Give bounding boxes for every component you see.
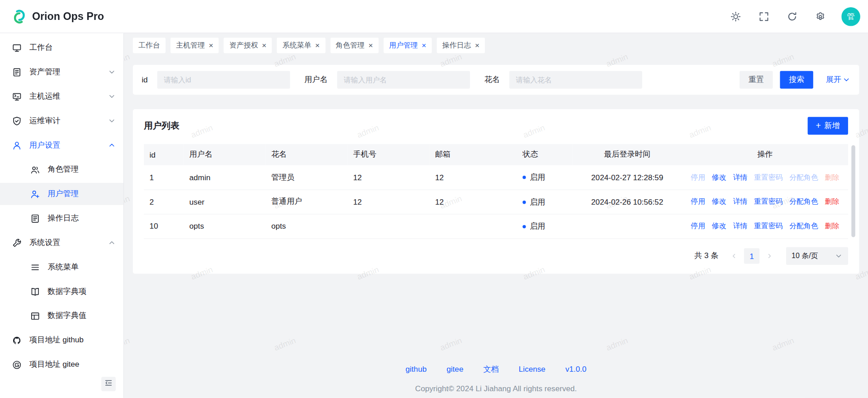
- pagination-prev-icon[interactable]: [727, 249, 740, 263]
- shield-icon: [12, 116, 22, 125]
- action-edit[interactable]: 修改: [712, 222, 726, 230]
- search-label-username: 用户名: [304, 75, 327, 85]
- pagination-total: 共 3 条: [694, 251, 718, 261]
- table-wrap: id用户名花名手机号邮箱状态最后登录时间操作 1admin管理员1212启用20…: [144, 144, 848, 239]
- sidebar-item-asset-mgmt[interactable]: 资产管理: [0, 61, 123, 83]
- sidebar-item-sys-settings[interactable]: 系统设置: [0, 232, 123, 254]
- tab-close-icon[interactable]: ×: [475, 42, 479, 49]
- footer-link-license[interactable]: License: [519, 364, 545, 374]
- cell-last-login: [572, 214, 682, 238]
- add-user-label: 新增: [824, 121, 840, 131]
- cell-last-login: 2024-02-27 12:28:59: [572, 165, 682, 190]
- sidebar-item-ops-audit[interactable]: 运维审计: [0, 110, 123, 132]
- action-reset-password[interactable]: 重置密码: [754, 222, 783, 230]
- sidebar-item-github[interactable]: 项目地址 github: [0, 329, 123, 351]
- search-card: id用户名花名 重置 搜索 展开: [133, 65, 859, 95]
- reset-button[interactable]: 重置: [740, 71, 773, 89]
- column-header-7: 操作: [682, 144, 848, 165]
- cell-username: opts: [184, 214, 266, 238]
- fullscreen-icon[interactable]: [759, 11, 769, 21]
- sidebar-item-user-mgmt[interactable]: 用户管理: [0, 183, 123, 205]
- tab-asset-grant[interactable]: 资产授权×: [224, 38, 272, 53]
- refresh-icon[interactable]: [787, 11, 797, 21]
- tab-close-icon[interactable]: ×: [422, 42, 426, 49]
- header-actions: 管: [730, 7, 860, 26]
- cell-status: 启用: [517, 165, 572, 190]
- column-header-3: 手机号: [348, 144, 430, 165]
- app-logo: Orion Ops Pro: [11, 8, 104, 25]
- tab-close-icon[interactable]: ×: [315, 42, 320, 49]
- action-edit[interactable]: 修改: [712, 173, 726, 181]
- table-card-header: 用户列表 + 新增: [144, 117, 848, 134]
- pagination-next-icon[interactable]: [763, 249, 776, 263]
- sidebar-item-gitee[interactable]: 项目地址 gitee: [0, 354, 123, 376]
- tab-label: 系统菜单: [283, 40, 312, 50]
- asset-icon: [12, 67, 22, 77]
- theme-toggle-icon[interactable]: [730, 11, 740, 21]
- action-assign-role[interactable]: 分配角色: [789, 197, 818, 206]
- action-reset-password[interactable]: 重置密码: [754, 197, 783, 206]
- sidebar-item-op-log[interactable]: 操作日志: [0, 207, 123, 230]
- action-delete[interactable]: 删除: [825, 197, 840, 206]
- cell-id: 1: [144, 165, 184, 190]
- sidebar-item-workbench[interactable]: 工作台: [0, 37, 123, 59]
- action-assign-role[interactable]: 分配角色: [789, 222, 818, 230]
- expand-toggle[interactable]: 展开: [826, 75, 850, 85]
- footer-link-docs[interactable]: 文档: [483, 364, 498, 374]
- action-disable: 停用: [691, 173, 705, 181]
- status-badge: 启用: [522, 221, 545, 231]
- tab-op-log[interactable]: 操作日志×: [437, 38, 485, 53]
- tab-close-icon[interactable]: ×: [369, 42, 373, 49]
- user-avatar[interactable]: 管: [841, 7, 860, 26]
- plus-icon: +: [816, 121, 821, 130]
- action-edit[interactable]: 修改: [712, 197, 726, 206]
- action-detail[interactable]: 详情: [733, 197, 747, 206]
- action-assign-role: 分配角色: [789, 173, 818, 181]
- page-size-select[interactable]: 10 条/页: [786, 247, 848, 264]
- status-dot-icon: [522, 225, 526, 228]
- sidebar-item-role-mgmt[interactable]: 角色管理: [0, 158, 123, 181]
- user-table: id用户名花名手机号邮箱状态最后登录时间操作 1admin管理员1212启用20…: [144, 144, 848, 239]
- column-header-6: 最后登录时间: [572, 144, 682, 165]
- sidebar-item-dict-value[interactable]: 数据字典值: [0, 305, 123, 327]
- sidebar-item-user-settings[interactable]: 用户设置: [0, 134, 123, 156]
- action-disable[interactable]: 停用: [691, 222, 705, 230]
- tab-role-mgmt[interactable]: 角色管理×: [330, 38, 379, 53]
- action-detail[interactable]: 详情: [733, 222, 747, 230]
- sidebar-item-sys-menu[interactable]: 系统菜单: [0, 256, 123, 278]
- action-detail[interactable]: 详情: [733, 173, 747, 181]
- sidebar-item-label: 项目地址 github: [29, 335, 116, 345]
- watermark-text: admin: [124, 193, 131, 210]
- search-input-username[interactable]: [337, 71, 470, 89]
- footer-link-gitee[interactable]: gitee: [446, 364, 463, 374]
- user-table-card: 用户列表 + 新增 id用户名花名手机号邮箱状态最后登录时间操作 1admin管…: [133, 109, 859, 273]
- sidebar-item-host-ops[interactable]: 主机运维: [0, 85, 123, 107]
- action-delete[interactable]: 删除: [825, 222, 840, 230]
- tab-workbench[interactable]: 工作台: [133, 38, 166, 53]
- add-user-button[interactable]: + 新增: [807, 117, 848, 134]
- search-input-id[interactable]: [157, 71, 290, 89]
- table-header-row: id用户名花名手机号邮箱状态最后登录时间操作: [144, 144, 848, 165]
- sidebar-item-dict-item[interactable]: 数据字典项: [0, 280, 123, 302]
- search-button[interactable]: 搜索: [780, 71, 813, 89]
- tab-sys-menu[interactable]: 系统菜单×: [277, 38, 325, 53]
- tab-host-mgmt[interactable]: 主机管理×: [171, 38, 219, 53]
- tab-user-mgmt[interactable]: 用户管理×: [384, 38, 432, 53]
- table-scrollbar[interactable]: [851, 145, 855, 237]
- column-header-4: 邮箱: [430, 144, 517, 165]
- search-input-nickname[interactable]: [509, 71, 642, 89]
- chevron-down-icon: [835, 252, 843, 259]
- cell-phone: 12: [348, 165, 430, 190]
- sidebar-collapse-button[interactable]: [101, 377, 116, 391]
- chevron-up-icon: [108, 141, 116, 149]
- action-disable[interactable]: 停用: [691, 197, 705, 206]
- tab-close-icon[interactable]: ×: [262, 42, 266, 49]
- footer-link-github[interactable]: github: [406, 364, 427, 374]
- tab-bar: 工作台主机管理×资产授权×系统菜单×角色管理×用户管理×操作日志×: [124, 33, 868, 56]
- settings-gear-icon[interactable]: [816, 11, 825, 21]
- sidebar-item-label: 用户设置: [29, 140, 108, 150]
- pagination-page-1[interactable]: 1: [744, 248, 759, 264]
- footer-link-version[interactable]: v1.0.0: [565, 364, 587, 374]
- menu-fold-icon: [104, 379, 112, 389]
- tab-close-icon[interactable]: ×: [209, 42, 213, 49]
